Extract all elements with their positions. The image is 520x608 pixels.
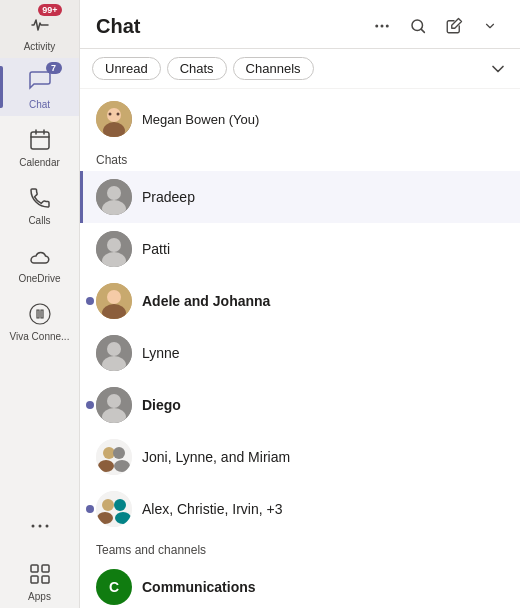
svg-point-18: [107, 186, 121, 200]
svg-point-40: [97, 512, 113, 524]
svg-rect-5: [42, 565, 49, 572]
header-actions: [368, 12, 504, 40]
svg-point-16: [117, 113, 120, 116]
sidebar: 99+ Activity 7 Chat Calendar Calls: [0, 0, 80, 608]
filter-chats[interactable]: Chats: [167, 57, 227, 80]
apps-label: Apps: [28, 591, 51, 602]
svg-point-8: [375, 25, 378, 28]
lynne-name: Lynne: [142, 345, 180, 361]
chat-icon: 7: [26, 68, 54, 96]
more-options-button[interactable]: [368, 12, 396, 40]
chat-item-communications[interactable]: C Communications: [80, 561, 520, 608]
joni-group-name: Joni, Lynne, and Miriam: [142, 449, 290, 465]
svg-point-3: [45, 525, 48, 528]
alex-group-name: Alex, Christie, Irvin, +3: [142, 501, 282, 517]
activity-label: Activity: [24, 41, 56, 52]
diego-avatar: [96, 387, 132, 423]
svg-point-21: [107, 238, 121, 252]
filter-expand-button[interactable]: [488, 59, 508, 79]
unread-dot-diego: [86, 401, 94, 409]
compose-button[interactable]: [440, 12, 468, 40]
adele-johanna-name: Adele and Johanna: [142, 293, 270, 309]
more-icon: [26, 512, 54, 540]
sidebar-item-viva[interactable]: Viva Conne...: [0, 290, 79, 348]
patti-avatar: [96, 231, 132, 267]
svg-point-1: [31, 525, 34, 528]
chat-item-patti[interactable]: Patti: [80, 223, 520, 275]
filter-channels[interactable]: Channels: [233, 57, 314, 80]
diego-name: Diego: [142, 397, 181, 413]
chat-label: Chat: [29, 99, 50, 110]
svg-point-39: [114, 499, 126, 511]
filter-unread[interactable]: Unread: [92, 57, 161, 80]
alex-group-avatar: [96, 491, 132, 527]
calls-label: Calls: [28, 215, 50, 226]
unread-dot-alex: [86, 505, 94, 513]
chat-item-lynne[interactable]: Lynne: [80, 327, 520, 379]
sidebar-item-activity[interactable]: 99+ Activity: [0, 0, 79, 58]
lynne-avatar: [96, 335, 132, 371]
activity-badge: 99+: [38, 4, 61, 16]
unread-dot-adele: [86, 297, 94, 305]
svg-point-15: [109, 113, 112, 116]
svg-point-2: [38, 525, 41, 528]
svg-rect-7: [42, 576, 49, 583]
svg-point-9: [381, 25, 384, 28]
sidebar-item-onedrive[interactable]: OneDrive: [0, 232, 79, 290]
chat-item-adele-johanna[interactable]: Adele and Johanna: [80, 275, 520, 327]
viva-icon: [26, 300, 54, 328]
apps-icon: [26, 560, 54, 588]
joni-group-avatar: [96, 439, 132, 475]
activity-icon: 99+: [26, 10, 54, 38]
chat-item-diego[interactable]: Diego: [80, 379, 520, 431]
chat-item-pradeep[interactable]: Pradeep: [80, 171, 520, 223]
onedrive-icon: [26, 242, 54, 270]
calendar-icon: [26, 126, 54, 154]
chat-item-joni-group[interactable]: Joni, Lynne, and Miriam: [80, 431, 520, 483]
svg-point-41: [115, 512, 131, 524]
search-button[interactable]: [404, 12, 432, 40]
svg-point-30: [107, 394, 121, 408]
svg-point-10: [386, 25, 389, 28]
chat-list: Megan Bowen (You) Chats Pradeep: [80, 89, 520, 608]
svg-rect-0: [31, 132, 49, 149]
viva-label: Viva Conne...: [10, 331, 70, 342]
svg-point-24: [107, 290, 121, 304]
sidebar-item-chat[interactable]: 7 Chat: [0, 58, 79, 116]
me-avatar: [96, 101, 132, 137]
chat-item-alex-group[interactable]: Alex, Christie, Irvin, +3: [80, 483, 520, 535]
svg-point-35: [98, 460, 114, 472]
calls-icon: [26, 184, 54, 212]
svg-rect-6: [31, 576, 38, 583]
pradeep-avatar: [96, 179, 132, 215]
onedrive-label: OneDrive: [18, 273, 60, 284]
me-row[interactable]: Megan Bowen (You): [80, 93, 520, 145]
me-name: Megan Bowen (You): [142, 112, 259, 127]
communications-name: Communications: [142, 579, 256, 595]
adele-johanna-avatar: [96, 283, 132, 319]
chats-section-header: Chats: [80, 145, 520, 171]
chat-badge: 7: [46, 62, 62, 74]
sidebar-item-calls[interactable]: Calls: [0, 174, 79, 232]
page-title: Chat: [96, 15, 360, 38]
chat-header: Chat: [80, 0, 520, 49]
svg-point-36: [114, 460, 130, 472]
sidebar-item-apps[interactable]: Apps: [0, 550, 79, 608]
filter-bar: Unread Chats Channels: [80, 49, 520, 89]
svg-point-27: [107, 342, 121, 356]
pradeep-name: Pradeep: [142, 189, 195, 205]
communications-avatar: C: [96, 569, 132, 605]
patti-name: Patti: [142, 241, 170, 257]
calendar-label: Calendar: [19, 157, 60, 168]
expand-button[interactable]: [476, 12, 504, 40]
svg-rect-4: [31, 565, 38, 572]
sidebar-item-calendar[interactable]: Calendar: [0, 116, 79, 174]
sidebar-item-more[interactable]: [0, 502, 79, 546]
main-panel: Chat: [80, 0, 520, 608]
svg-point-34: [113, 447, 125, 459]
svg-point-38: [102, 499, 114, 511]
teams-section-header: Teams and channels: [80, 535, 520, 561]
